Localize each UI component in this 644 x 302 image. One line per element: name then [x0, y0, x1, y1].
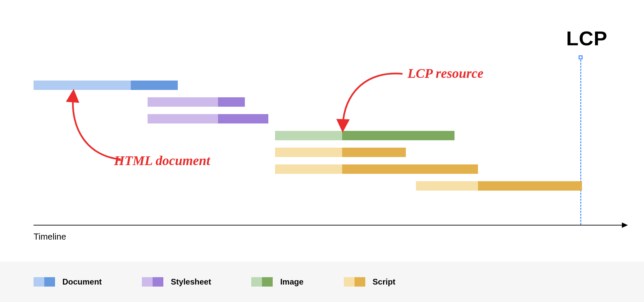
bar-phase-light	[148, 114, 218, 123]
legend-swatch-icon	[344, 277, 365, 287]
bar-script	[275, 148, 406, 157]
legend: Document Stylesheet Image Script	[0, 262, 644, 302]
annotation-html-document: HTML document	[114, 153, 210, 168]
legend-label: Document	[62, 277, 102, 287]
bar-phase-light	[275, 131, 342, 140]
bar-script	[416, 181, 582, 191]
legend-item-script: Script	[344, 277, 395, 287]
bar-phase-light	[275, 164, 342, 174]
bar-stylesheet	[148, 97, 245, 107]
bar-phase-light	[148, 97, 218, 107]
legend-swatch-icon	[251, 277, 273, 287]
bar-phase-light	[416, 181, 478, 191]
legend-item-stylesheet: Stylesheet	[142, 277, 211, 287]
bar-phase-dark	[218, 114, 268, 123]
timeline-axis	[34, 225, 627, 225]
legend-swatch-icon	[142, 277, 163, 287]
legend-item-document: Document	[34, 277, 102, 287]
bar-phase-dark	[478, 181, 582, 191]
legend-label: Script	[373, 277, 395, 287]
legend-item-image: Image	[251, 277, 303, 287]
legend-label: Stylesheet	[171, 277, 211, 287]
bar-stylesheet	[148, 114, 268, 123]
bar-script	[275, 164, 478, 174]
bar-phase-light	[34, 81, 131, 90]
annotation-lcp-resource: LCP resource	[408, 65, 483, 81]
timeline-axis-label: Timeline	[34, 232, 66, 242]
bar-document	[34, 81, 178, 90]
legend-swatch-icon	[34, 277, 55, 287]
bar-phase-dark	[342, 164, 478, 174]
legend-label: Image	[280, 277, 303, 287]
bar-phase-dark	[342, 148, 406, 157]
bar-phase-dark	[218, 97, 245, 107]
bar-phase-light	[275, 148, 342, 157]
bar-phase-dark	[131, 81, 178, 90]
